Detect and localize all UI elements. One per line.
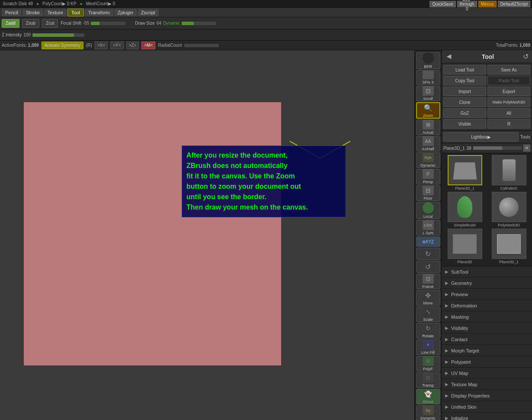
section-masking[interactable]: ▶ Masking [442, 311, 532, 323]
plane3d1-label: Plane3D_1 [455, 186, 474, 191]
make-polymesh-button[interactable]: Make PolyMesh3D [487, 97, 530, 107]
preview-simplebrush[interactable]: SimpleBrush [443, 192, 486, 227]
preview-polymesh3d[interactable]: PolyMesh3D [487, 192, 530, 227]
rotate1-icon: ↻ [423, 248, 434, 259]
x-axis-button[interactable]: >X< [95, 42, 108, 49]
dynamic-icon: Dyn [423, 153, 434, 162]
menu-pencil[interactable]: Pencil [2, 9, 22, 16]
z-intensity-slider[interactable] [32, 33, 84, 37]
section-initialize[interactable]: ▶ Initialize [442, 413, 532, 420]
canvas-area[interactable]: After you resize the document,ZBrush doe… [0, 50, 414, 420]
geometry-label: Geometry [451, 281, 472, 286]
symmetry-row: ActivePoints: 1,089 Activate Symmetry (R… [0, 41, 532, 50]
save-as-button[interactable]: Save As [487, 65, 530, 74]
cylinder-thumb [492, 155, 526, 185]
draw-size-slider[interactable] [182, 22, 216, 25]
rotate3-label: Rotate [422, 334, 434, 338]
section-uvmap[interactable]: ▶ UV Map [442, 368, 532, 379]
section-display-properties[interactable]: ▶ Display Properties [442, 390, 532, 401]
symmetry-shortcut: (R) [86, 43, 92, 48]
linefill-button[interactable]: ≡ Line Fill [416, 339, 440, 355]
scroll-button[interactable]: ⊡ Scroll [416, 86, 440, 101]
tutorial-box: After you resize the document,ZBrush doe… [182, 145, 346, 217]
m-axis-button[interactable]: >M< [141, 42, 155, 49]
zadd-button[interactable]: Zadd [2, 19, 19, 28]
export-button[interactable]: Export [487, 87, 530, 96]
section-deformation[interactable]: ▶ Deformation [442, 300, 532, 311]
see-through-button[interactable]: See-through 0 [457, 1, 477, 7]
section-geometry[interactable]: ▶ Geometry [442, 278, 532, 289]
section-unified-skin[interactable]: ▶ Unified Skin [442, 401, 532, 413]
visible-button[interactable]: Visible [443, 119, 486, 129]
polyf-button[interactable]: ⬡ PolyF [416, 356, 440, 372]
bpr-button[interactable]: BPR [416, 52, 440, 69]
activate-symmetry-button[interactable]: Activate Symmetry [42, 42, 83, 49]
frame-button[interactable]: ⊡ Frame [416, 274, 440, 289]
plane3d-shape [453, 234, 477, 254]
z-axis-button[interactable]: >Z< [126, 42, 139, 49]
paste-tool-button[interactable]: Paste Tool [487, 76, 530, 85]
copy-tool-button[interactable]: Copy Tool [443, 76, 486, 85]
tool-scale-slider[interactable] [473, 146, 522, 150]
menus-button[interactable]: Menus [478, 1, 497, 7]
import-button[interactable]: Import [443, 87, 486, 96]
floor-button[interactable]: ⊟ Floor [416, 185, 440, 201]
tool-back-icon[interactable]: ◄ [445, 52, 453, 61]
lsym-button[interactable]: LSm L Sym [416, 220, 440, 236]
menu-tool[interactable]: Tool [67, 9, 84, 16]
lightbox-button[interactable]: Lightbox▶ [443, 132, 519, 142]
spix-button[interactable]: SPix 3 [416, 70, 440, 85]
actual-button[interactable]: ⊞ Actual [416, 120, 440, 135]
dynamic-btn[interactable]: Dyn Dynamic [416, 152, 440, 168]
y-axis-button[interactable]: >Y< [110, 42, 123, 49]
move-button[interactable]: ✥ Move [416, 290, 440, 306]
radial-count-slider[interactable] [184, 44, 219, 47]
preview-plane3d[interactable]: Plane3D [443, 229, 486, 264]
rotate2-button[interactable]: ↺ [416, 261, 440, 273]
zoom-button[interactable]: 🔍 Zoom [416, 102, 440, 119]
ghost-button[interactable]: 👻 Ghost [416, 389, 440, 404]
xyz-button[interactable]: ⊕XYZ [416, 236, 440, 247]
rotate3-button[interactable]: ↻ Rotate [416, 323, 440, 339]
r-scale-button[interactable]: R [523, 145, 530, 152]
floor-icon: ⊟ [423, 186, 434, 195]
dynamic2-button[interactable]: Dy Dynamic [416, 405, 440, 420]
preview-plane3d1b[interactable]: Plane3D_1 [487, 229, 530, 264]
section-contact[interactable]: ▶ Contact [442, 334, 532, 345]
aahalf-button[interactable]: AA AAHalf [416, 136, 440, 152]
persp-button[interactable]: P Persp [416, 169, 440, 184]
goz-button[interactable]: GoZ [443, 108, 486, 118]
clone-button[interactable]: Clone [443, 97, 486, 107]
preview-arrow: ▶ [445, 292, 449, 297]
section-visibility[interactable]: ▶ Visibility [442, 323, 532, 334]
preview-label-item: Preview [451, 292, 468, 297]
local-button[interactable]: Local [416, 202, 440, 219]
zoom-icon: 🔍 [423, 103, 434, 113]
section-texturemap[interactable]: ▶ Texture Map [442, 379, 532, 390]
menu-zplugin[interactable]: Zplugin [114, 9, 137, 16]
menu-transform[interactable]: Transform [85, 9, 113, 16]
default-script-button[interactable]: DefaultZScript [498, 1, 530, 7]
all-button[interactable]: All [487, 108, 530, 118]
section-preview[interactable]: ▶ Preview [442, 289, 532, 300]
menu-zscript[interactable]: Zscript [138, 9, 159, 16]
section-polypaint[interactable]: ▶ Polypaint [442, 356, 532, 368]
section-morph-target[interactable]: ▶ Morph Target [442, 345, 532, 356]
rotate1-button[interactable]: ↻ [416, 248, 440, 260]
preview-plane3d1[interactable]: Plane3D_1 [443, 155, 486, 191]
preview-cylinder[interactable]: CylinderD [487, 155, 530, 191]
menu-texture[interactable]: Texture [44, 9, 67, 16]
tool-refresh-icon[interactable]: ↺ [523, 52, 529, 61]
transp-button[interactable]: □ Transp [416, 372, 440, 388]
zcut-button[interactable]: Zcut [42, 19, 58, 28]
scale-button[interactable]: ⤡ Scale [416, 307, 440, 322]
focal-shift-slider[interactable] [91, 22, 125, 25]
quicksave-button[interactable]: QuickSave [429, 1, 455, 7]
r-button[interactable]: R [487, 119, 530, 129]
aahalf-icon: AA [423, 136, 434, 146]
menu-stroke[interactable]: Stroke [22, 9, 43, 16]
zsub-button[interactable]: Zsub [22, 19, 39, 28]
section-subtool[interactable]: ▶ SubTool [442, 266, 532, 278]
load-tool-button[interactable]: Load Tool [443, 65, 486, 74]
subtool-arrow: ▶ [445, 269, 449, 274]
